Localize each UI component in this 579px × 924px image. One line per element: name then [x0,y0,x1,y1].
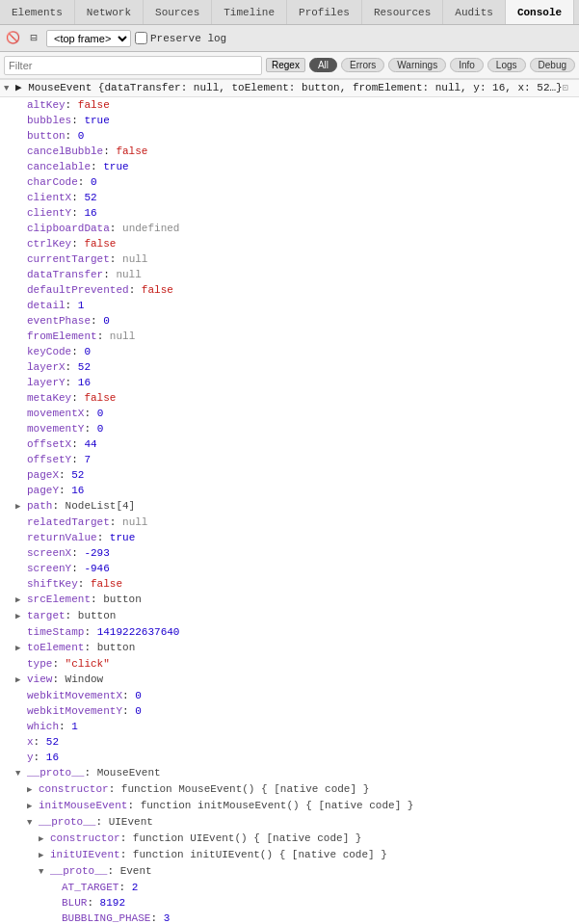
regex-button[interactable]: Regex [266,58,305,72]
list-item[interactable]: clientY: 16 [0,205,579,221]
list-item[interactable]: offsetY: 7 [0,452,579,467]
expand-arrow[interactable] [27,782,37,798]
property-key: x [27,734,34,750]
colon: : [122,703,135,719]
filter-icon[interactable]: ⊟ [25,30,42,47]
list-item[interactable]: toElement: button [0,640,579,656]
list-item[interactable]: srcElement: button [0,592,579,608]
list-item[interactable]: bubbles: true [0,113,579,128]
list-item[interactable]: y: 16 [0,750,579,765]
expand-arrow[interactable] [15,593,25,608]
list-item[interactable]: constructor: function MouseEvent() { [na… [0,781,579,798]
list-item[interactable]: x: 52 [0,734,579,750]
list-item[interactable]: altKey: false [0,97,579,113]
expand-arrow[interactable] [27,799,37,814]
filter-input[interactable] [4,56,262,75]
console-header-line[interactable]: ▶ MouseEvent {dataTransfer: null, toElem… [0,79,579,97]
tab-console[interactable]: Console [506,0,574,24]
clear-console-button[interactable]: 🚫 [4,30,21,47]
list-item[interactable]: constructor: function UIEvent() { [nativ… [0,831,579,847]
list-item[interactable]: defaultPrevented: false [0,282,579,298]
list-item[interactable]: metaKey: false [0,390,579,406]
list-item[interactable]: detail: 1 [0,298,579,313]
list-item[interactable]: path: NodeList[4] [0,498,579,515]
list-item[interactable]: offsetX: 44 [0,436,579,452]
header-expand-arrow[interactable] [4,81,13,96]
filter-logs-button[interactable]: Logs [487,58,526,72]
list-item[interactable]: cancelBubble: false [0,144,579,159]
list-item[interactable]: returnValue: true [0,530,579,545]
expand-arrow[interactable] [15,609,25,624]
tab-timeline[interactable]: Timeline [212,0,287,24]
list-item[interactable]: layerX: 52 [0,359,579,375]
expand-arrow[interactable] [39,848,48,863]
property-value: 52 [78,359,91,375]
list-item[interactable]: dataTransfer: null [0,267,579,282]
list-item[interactable]: type: "click" [0,656,579,672]
property-key: type [27,656,52,672]
expand-arrow[interactable] [15,499,25,515]
source-link[interactable]: ⊡ [563,81,568,96]
list-item[interactable]: webkitMovementX: 0 [0,688,579,703]
property-key: clientX [27,190,71,205]
list-item[interactable]: target: button [0,608,579,624]
list-item[interactable]: view: Window [0,672,579,688]
list-item[interactable]: ctrlKey: false [0,236,579,251]
tab-profiles[interactable]: Profiles [287,0,362,24]
tab-audits[interactable]: Audits [443,0,506,24]
list-item[interactable]: pageY: 16 [0,483,579,498]
console-toolbar: 🚫 ⊟ <top frame> Preserve log [0,25,579,52]
frame-select[interactable]: <top frame> [46,30,131,47]
list-item[interactable]: timeStamp: 1419222637640 [0,624,579,640]
list-item[interactable]: clipboardData: undefined [0,221,579,236]
list-item[interactable]: __proto__: MouseEvent [0,765,579,781]
list-item[interactable]: layerY: 16 [0,375,579,390]
expand-arrow[interactable] [39,832,48,847]
list-item[interactable]: shiftKey: false [0,576,579,592]
list-item[interactable]: AT_TARGET: 2 [0,880,579,895]
list-item[interactable]: currentTarget: null [0,251,579,267]
settings-icon[interactable]: ⚙ [574,4,579,21]
filter-all-button[interactable]: All [309,58,337,72]
filter-warnings-button[interactable]: Warnings [388,58,446,72]
list-item[interactable]: initMouseEvent: function initMouseEvent(… [0,798,579,814]
expand-arrow[interactable] [15,673,25,688]
list-item[interactable]: __proto__: UIEvent [0,814,579,831]
expand-arrow[interactable] [15,766,25,781]
expand-arrow[interactable] [15,641,25,656]
expand-arrow[interactable] [39,864,48,880]
list-item[interactable]: button: 0 [0,128,579,144]
list-item[interactable]: eventPhase: 0 [0,313,579,329]
colon: : [103,144,116,159]
list-item[interactable]: charCode: 0 [0,174,579,190]
toolbar-right-icons: ⚙ ⋮ [574,0,579,24]
tab-sources[interactable]: Sources [144,0,212,24]
list-item[interactable]: pageX: 52 [0,467,579,483]
property-key: cancelable [27,159,91,174]
list-item[interactable]: which: 1 [0,719,579,734]
list-item[interactable]: webkitMovementY: 0 [0,703,579,719]
preserve-log-checkbox[interactable] [135,32,147,44]
tab-elements[interactable]: Elements [0,0,75,24]
list-item[interactable]: cancelable: true [0,159,579,174]
filter-errors-button[interactable]: Errors [341,58,384,72]
list-item[interactable]: fromElement: null [0,329,579,344]
list-item[interactable]: clientX: 52 [0,190,579,205]
filter-info-button[interactable]: Info [450,58,484,72]
list-item[interactable]: __proto__: Event [0,863,579,880]
list-item[interactable]: keyCode: 0 [0,344,579,359]
filter-debug-button[interactable]: Debug [530,58,575,72]
tab-resources[interactable]: Resources [362,0,443,24]
tab-network[interactable]: Network [75,0,144,24]
list-item[interactable]: movementX: 0 [0,406,579,421]
list-item[interactable]: screenY: -946 [0,561,579,576]
list-item[interactable]: initUIEvent: function initUIEvent() { [n… [0,847,579,863]
list-item[interactable]: BLUR: 8192 [0,895,579,911]
property-key: BUBBLING_PHASE [62,911,150,924]
colon: : [91,592,103,607]
list-item[interactable]: screenX: -293 [0,545,579,561]
list-item[interactable]: movementY: 0 [0,421,579,436]
expand-arrow[interactable] [27,815,37,831]
list-item[interactable]: relatedTarget: null [0,515,579,530]
list-item[interactable]: BUBBLING_PHASE: 3 [0,911,579,924]
